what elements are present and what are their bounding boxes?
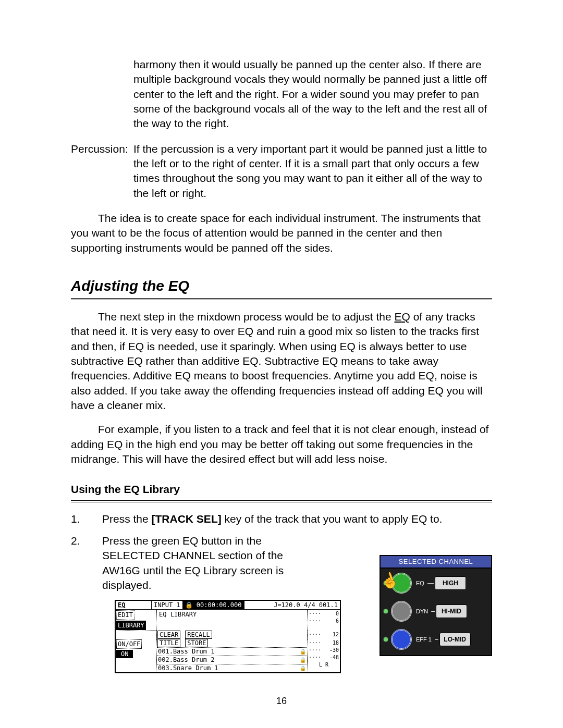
- step-1: 1. Press the [TRACK SEL] key of the trac…: [71, 512, 492, 526]
- empty-label: [71, 57, 133, 141]
- eq-link[interactable]: EQ: [395, 311, 410, 323]
- meter-12: 12: [333, 631, 339, 638]
- lcd-action-buttons: CLEAR RECALL: [157, 631, 307, 639]
- lomid-button[interactable]: LO-MID: [439, 633, 471, 646]
- step-1-text-a: Press the: [102, 513, 152, 525]
- panel-title: SELECTED CHANNEL: [381, 556, 491, 569]
- lcd-preset-list: 001.Bass Drum 1 002.Bass Drum 2 003.Snar…: [157, 647, 307, 672]
- percussion-body: If the percussion is a very important pa…: [133, 142, 492, 201]
- lcd-meter-2: 12: [307, 631, 340, 639]
- eq-label: EQ: [416, 579, 424, 587]
- step-1-text-c: key of the track that you want to apply …: [222, 513, 443, 525]
- lcd-figure: EQ INPUT 1 🔒 00:00:00.000 J=120.0 4/4 00…: [115, 600, 341, 673]
- lcd-meter-3: 18 -30 -48 L R: [307, 639, 340, 672]
- lcd-side-tabs: EDIT LIBRARY: [116, 610, 157, 631]
- lcd-item-1: 001.Bass Drum 1: [158, 648, 214, 656]
- vocals-continuation-row: harmony then it would usually be panned …: [71, 57, 492, 141]
- figures-row: EQ INPUT 1 🔒 00:00:00.000 J=120.0 4/4 00…: [71, 600, 492, 673]
- himid-button[interactable]: HI-MID: [436, 604, 467, 618]
- idea-paragraph: The idea is to create space for each ind…: [71, 211, 492, 255]
- meter-18: 18: [333, 639, 339, 647]
- step-2-number: 2.: [71, 534, 102, 593]
- eff1-label: EFF 1: [416, 636, 432, 644]
- lcd-tab-onoff: ON/OFF: [116, 639, 142, 649]
- section-title: Adjusting the EQ: [71, 276, 492, 296]
- subsection-title: Using the EQ Library: [71, 482, 492, 497]
- subsection-divider: [71, 500, 492, 502]
- lcd-input: INPUT 1: [152, 601, 183, 609]
- meter-6: 6: [336, 618, 339, 625]
- eq-intro-after: of any tracks that need it. It is very e…: [71, 311, 483, 411]
- lock-icon: 🔒: [185, 601, 193, 609]
- lcd-main-title: EQ LIBRARY: [157, 610, 307, 631]
- percussion-label: Percussion:: [71, 142, 133, 210]
- lcd-tempo: J=120.0 4/4 001.1: [244, 601, 340, 609]
- lock-icon: [300, 656, 306, 664]
- step-1-body: Press the [TRACK SEL] key of the track t…: [102, 512, 492, 526]
- lcd-top-bar: EQ INPUT 1 🔒 00:00:00.000 J=120.0 4/4 00…: [116, 601, 340, 610]
- percussion-row: Percussion: If the percussion is a very …: [71, 142, 492, 210]
- lcd-time: 00:00:00.000: [197, 601, 242, 609]
- step-1-number: 1.: [71, 512, 102, 526]
- vocals-continuation: harmony then it would usually be panned …: [133, 57, 492, 131]
- eq-knob[interactable]: [391, 573, 412, 594]
- eq-intro: The next step in the mixdown process wou…: [71, 310, 492, 413]
- lock-icon: [300, 648, 306, 656]
- lcd-tab-edit: EDIT: [116, 610, 134, 620]
- lcd-item-2: 002.Bass Drum 2: [158, 656, 214, 664]
- eff1-knob[interactable]: [391, 629, 412, 650]
- meter-0: 0: [336, 610, 339, 618]
- selected-channel-panel: SELECTED CHANNEL ☝ EQ — HIGH DYN – HI-MI…: [380, 555, 492, 656]
- meter-lr: L R: [319, 661, 328, 669]
- lcd-btn-store: STORE: [185, 639, 208, 647]
- lcd-onoff-block: ON/OFF ON: [116, 639, 157, 672]
- lcd-btn-title: TITLE: [157, 639, 180, 647]
- lock-icon: [300, 664, 306, 672]
- lcd-btn-clear: CLEAR: [157, 631, 180, 639]
- connector-line: —: [427, 579, 434, 587]
- lcd-meter: 0 6: [307, 610, 340, 631]
- section-divider: [71, 298, 492, 300]
- dyn-label: DYN: [416, 608, 428, 615]
- high-button[interactable]: HIGH: [435, 576, 466, 590]
- connector-line: –: [431, 607, 435, 615]
- connector-line: –: [435, 635, 438, 644]
- lcd-tab-on: ON: [116, 650, 133, 658]
- eq-intro-before: The next step in the mixdown process wou…: [98, 311, 395, 323]
- lcd-side-blank: [116, 631, 157, 639]
- lcd-item-3: 003.Snare Drum 1: [158, 664, 218, 672]
- led-icon: [384, 581, 388, 585]
- lcd-btn-recall: RECALL: [185, 631, 212, 639]
- lcd-tab-library: LIBRARY: [116, 621, 146, 630]
- lcd-eq-tab: EQ: [116, 601, 152, 609]
- led-icon: [384, 609, 388, 613]
- step-2-body: Press the green EQ button in the SELECTE…: [102, 534, 321, 593]
- lcd-lock-time: 🔒 00:00:00.000: [183, 601, 244, 609]
- meter-48: -48: [329, 654, 339, 661]
- led-icon: [384, 637, 388, 641]
- track-sel-key: [TRACK SEL]: [152, 513, 222, 525]
- dyn-knob[interactable]: [391, 601, 412, 622]
- lcd-title-store-row: TITLE STORE: [157, 639, 307, 647]
- page: harmony then it would usually be panned …: [0, 0, 563, 728]
- meter-30: -30: [329, 647, 339, 654]
- page-number: 16: [0, 695, 563, 707]
- eq-example: For example, if you listen to a track an…: [71, 422, 492, 466]
